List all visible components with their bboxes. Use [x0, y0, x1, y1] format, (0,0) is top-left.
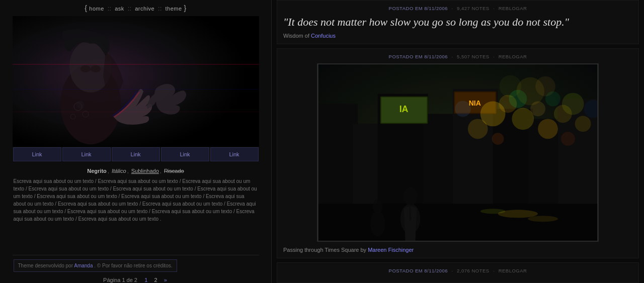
- nav-theme[interactable]: theme: [166, 6, 182, 12]
- svg-point-3: [80, 65, 91, 72]
- svg-point-50: [370, 211, 385, 236]
- post-3-meta: POSTADO EM 8/11/2006 - 2,076 NOTES - REB…: [283, 268, 632, 273]
- post-2-date: POSTADO EM 8/11/2006: [389, 54, 448, 59]
- post-3-notes: 2,076 NOTES: [457, 268, 490, 273]
- caption-author-link[interactable]: Mareen Fischinger: [368, 247, 414, 253]
- svg-point-39: [455, 101, 471, 117]
- post-photo: POSTADO EM 8/11/2006 - 5,507 NOTES - REB…: [277, 48, 639, 258]
- theme-text: Theme desenvolvido por: [18, 263, 73, 268]
- svg-text:NIA: NIA: [469, 99, 481, 107]
- page-1-link[interactable]: 1: [144, 277, 147, 283]
- theme-author-link[interactable]: Amanda: [74, 263, 93, 268]
- format-italic: Itálico: [112, 168, 126, 174]
- navigation: { home :: ask :: archive :: theme }: [0, 0, 271, 16]
- post-1-notes: 9,427 NOTES: [457, 6, 490, 11]
- text-format-label: Negrito, Itálico, Sublinhado, Riscado: [14, 167, 258, 175]
- svg-point-46: [528, 216, 558, 222]
- page-2-current: 2: [154, 277, 157, 283]
- post-3: POSTADO EM 8/11/2006 - 2,076 NOTES - REB…: [277, 262, 639, 283]
- brace-open: {: [85, 4, 87, 12]
- hero-image-inner: [13, 16, 259, 147]
- photo-caption: Passing through Times Square by Mareen F…: [283, 247, 632, 253]
- link-1[interactable]: Link: [13, 147, 61, 161]
- pagination: Página 1 de 2 1 2 »: [14, 277, 258, 283]
- quote-text: "It does not matter how slow you go so l…: [283, 15, 632, 30]
- svg-point-51: [373, 199, 383, 213]
- link-3[interactable]: Link: [112, 147, 160, 161]
- hero-svg: [13, 16, 259, 147]
- svg-point-30: [538, 119, 558, 139]
- svg-point-28: [512, 108, 534, 130]
- svg-point-4: [91, 65, 101, 72]
- nav-home[interactable]: home: [89, 6, 104, 12]
- link-4[interactable]: Link: [161, 147, 209, 161]
- svg-point-33: [575, 116, 591, 132]
- svg-point-37: [492, 133, 504, 145]
- format-bold: Negrito: [87, 168, 107, 174]
- post-3-date: POSTADO EM 8/11/2006: [389, 268, 448, 273]
- brace-close: }: [184, 4, 186, 12]
- nav-ask[interactable]: ask: [115, 6, 124, 12]
- nav-archive[interactable]: archive: [135, 6, 154, 12]
- svg-point-38: [561, 132, 575, 146]
- svg-point-43: [500, 75, 522, 97]
- format-underline: Sublinhado: [131, 168, 159, 174]
- footer-section: Theme desenvolvido por Amanda . © Por fa…: [13, 255, 259, 283]
- svg-point-42: [535, 76, 555, 96]
- post-2-reblog[interactable]: REBLOGAR: [499, 54, 527, 59]
- svg-text:IA: IA: [399, 104, 409, 114]
- quote-author-link[interactable]: Confucius: [311, 33, 336, 39]
- svg-rect-8: [13, 64, 259, 65]
- theme-note: . © Por favor não retire os créditos.: [94, 263, 172, 268]
- link-5[interactable]: Link: [210, 147, 259, 161]
- text-section: Negrito, Itálico, Sublinhado, Riscado Es…: [13, 164, 259, 226]
- svg-rect-44: [318, 204, 598, 241]
- link-2[interactable]: Link: [62, 147, 111, 161]
- svg-rect-0: [13, 16, 259, 147]
- next-page-link[interactable]: »: [164, 277, 167, 283]
- post-3-reblog[interactable]: REBLOGAR: [499, 268, 527, 273]
- svg-rect-10: [13, 112, 259, 112]
- post-1-date: POSTADO EM 8/11/2006: [389, 6, 448, 11]
- city-scene-svg: IA NIA: [317, 64, 598, 241]
- quote-source: Wisdom of Confucius: [283, 33, 632, 39]
- post-quote: POSTADO EM 8/11/2006 - 9,427 NOTES - REB…: [277, 0, 639, 44]
- about-text-body: Escreva aqui sua about ou um texto / Esc…: [14, 177, 258, 223]
- post-2-meta: POSTADO EM 8/11/2006 - 5,507 NOTES - REB…: [283, 54, 632, 59]
- times-square-photo: IA NIA: [317, 63, 599, 242]
- right-panel[interactable]: POSTADO EM 8/11/2006 - 9,427 NOTES - REB…: [272, 0, 644, 283]
- post-2-notes: 5,507 NOTES: [457, 54, 490, 59]
- theme-credit: Theme desenvolvido por Amanda . © Por fa…: [14, 259, 177, 272]
- post-1-meta: POSTADO EM 8/11/2006 - 9,427 NOTES - REB…: [283, 6, 632, 11]
- svg-point-47: [480, 209, 506, 214]
- format-strikethrough: Riscado: [164, 168, 184, 174]
- post-1-reblog[interactable]: REBLOGAR: [499, 6, 527, 11]
- left-panel: { home :: ask :: archive :: theme }: [0, 0, 272, 283]
- svg-point-34: [468, 119, 488, 139]
- svg-point-49: [404, 187, 418, 205]
- caption-text: Passing through Times Square by: [283, 247, 366, 253]
- link-bar: Link Link Link Link Link: [13, 147, 259, 162]
- svg-rect-9: [13, 89, 259, 89]
- pagination-text: Página 1 de 2: [103, 277, 137, 283]
- hero-image: [13, 16, 259, 147]
- photo-container: IA NIA: [283, 63, 632, 243]
- svg-point-32: [562, 92, 584, 115]
